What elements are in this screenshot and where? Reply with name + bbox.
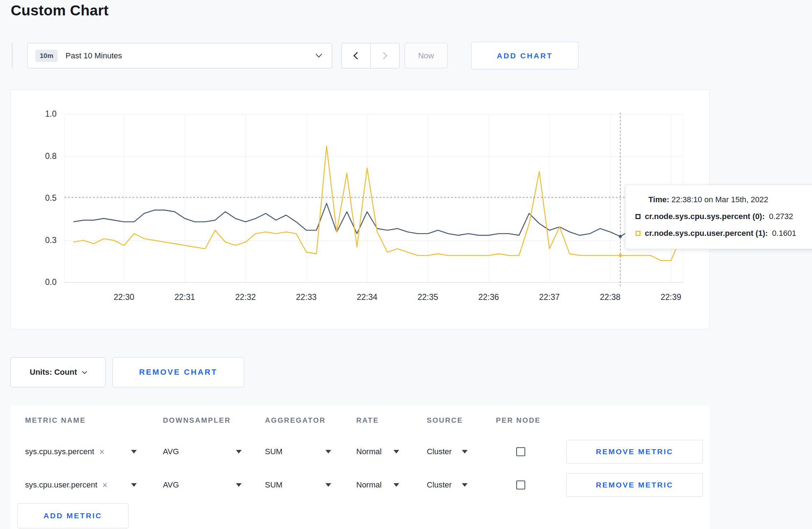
add-chart-button[interactable]: ADD CHART bbox=[471, 42, 579, 69]
chevron-left-icon bbox=[353, 52, 361, 59]
time-range-label: Past 10 Minutes bbox=[66, 51, 122, 60]
time-range-select[interactable]: 10m Past 10 Minutes bbox=[27, 43, 332, 68]
caret-down-icon bbox=[325, 450, 331, 453]
crosshair-point bbox=[619, 235, 622, 238]
series-swatch-icon bbox=[635, 214, 641, 219]
caret-down-icon bbox=[131, 483, 137, 487]
aggregator-select[interactable]: SUM bbox=[265, 472, 331, 498]
custom-chart-page: { "page": { "title": "Custom Chart", "ba… bbox=[0, 0, 812, 529]
remove-metric-button[interactable]: REMOVE METRIC bbox=[566, 440, 703, 464]
caret-down-icon bbox=[462, 450, 468, 453]
x-axis-label: 22:33 bbox=[281, 292, 332, 302]
chart-tooltip: Time: 22:38:10 on Mar 15th, 2022 cr.node… bbox=[625, 185, 812, 249]
y-axis-label: 0.3 bbox=[33, 236, 57, 245]
y-axis-label: 0.5 bbox=[33, 193, 57, 203]
metric-name-value: sys.cpu.user.percent bbox=[25, 480, 97, 490]
rate-select[interactable]: Normal bbox=[356, 472, 399, 498]
per-node-checkbox[interactable] bbox=[516, 447, 525, 456]
column-header-per-node: PER NODE bbox=[496, 416, 541, 424]
chevron-down-icon bbox=[315, 51, 322, 57]
metric-name-value: sys.cpu.sys.percent bbox=[25, 447, 94, 456]
units-label: Units: Count bbox=[30, 368, 77, 377]
y-axis-label: 1.0 bbox=[33, 109, 57, 119]
rate-value: Normal bbox=[356, 447, 382, 456]
chevron-right-icon bbox=[380, 52, 387, 59]
time-nav-group bbox=[341, 43, 400, 68]
remove-metric-button[interactable]: REMOVE METRIC bbox=[566, 473, 703, 497]
x-axis-label: 22:36 bbox=[464, 292, 514, 302]
series-swatch-icon bbox=[635, 231, 641, 236]
caret-down-icon bbox=[236, 450, 242, 453]
tooltip-time-label: Time: bbox=[648, 195, 669, 204]
aggregator-value: SUM bbox=[265, 480, 282, 490]
tooltip-time-value: 22:38:10 on Mar 15th, 2022 bbox=[671, 195, 768, 204]
source-value: Cluster bbox=[427, 447, 452, 456]
tooltip-series-label: cr.node.sys.cpu.user.percent (1): bbox=[645, 229, 768, 238]
per-node-checkbox[interactable] bbox=[516, 481, 525, 490]
x-axis-label: 22:37 bbox=[525, 292, 575, 302]
metric-name-select[interactable]: sys.cpu.sys.percent × bbox=[25, 438, 137, 465]
x-axis-label: 22:39 bbox=[646, 292, 696, 302]
x-axis-label: 22:35 bbox=[403, 292, 453, 302]
tooltip-series-label: cr.node.sys.cpu.sys.percent (0): bbox=[645, 212, 765, 221]
y-axis-label: 0.0 bbox=[33, 277, 57, 287]
tooltip-series-row: cr.node.sys.cpu.sys.percent (0): 0.2732 bbox=[635, 212, 810, 221]
aggregator-select[interactable]: SUM bbox=[265, 438, 331, 465]
x-axis-label: 22:32 bbox=[221, 292, 271, 302]
now-button[interactable]: Now bbox=[405, 43, 448, 68]
remove-chart-button[interactable]: REMOVE CHART bbox=[112, 357, 244, 387]
series-line-1 bbox=[73, 146, 681, 261]
prev-time-button[interactable] bbox=[342, 43, 371, 68]
chart-card: 0.00.30.50.81.022:3022:3122:3222:3322:34… bbox=[10, 89, 710, 329]
caret-down-icon bbox=[325, 483, 331, 487]
next-time-button[interactable] bbox=[371, 43, 399, 68]
metric-row: sys.cpu.sys.percent × AVG SUM Normal Clu… bbox=[10, 438, 710, 465]
tooltip-time-row: Time: 22:38:10 on Mar 15th, 2022 bbox=[648, 195, 810, 204]
add-metric-button[interactable]: ADD METRIC bbox=[17, 503, 129, 528]
tooltip-series-value: 0.1601 bbox=[772, 229, 796, 238]
x-axis-label: 22:34 bbox=[342, 292, 392, 302]
caret-down-icon bbox=[393, 483, 399, 487]
tooltip-series-row: cr.node.sys.cpu.user.percent (1): 0.1601 bbox=[635, 229, 810, 238]
x-axis-label: 22:30 bbox=[99, 292, 149, 302]
tooltip-series-value: 0.2732 bbox=[769, 212, 793, 221]
metrics-table: METRIC NAME DOWNSAMPLER AGGREGATOR RATE … bbox=[10, 406, 710, 529]
caret-down-icon bbox=[393, 450, 399, 453]
clear-metric-x-icon[interactable]: × bbox=[99, 447, 105, 456]
aggregator-value: SUM bbox=[265, 447, 282, 456]
source-select[interactable]: Cluster bbox=[427, 472, 468, 498]
units-select[interactable]: Units: Count bbox=[10, 357, 106, 387]
clear-metric-x-icon[interactable]: × bbox=[102, 481, 108, 490]
time-range-badge: 10m bbox=[35, 50, 58, 62]
metric-row: sys.cpu.user.percent × AVG SUM Normal Cl… bbox=[10, 472, 710, 498]
crosshair-point bbox=[619, 254, 622, 257]
source-select[interactable]: Cluster bbox=[427, 438, 468, 465]
downsampler-value: AVG bbox=[163, 447, 179, 456]
column-header-aggregator: AGGREGATOR bbox=[265, 416, 326, 424]
downsampler-select[interactable]: AVG bbox=[163, 438, 242, 465]
chevron-down-icon bbox=[82, 369, 87, 374]
caret-down-icon bbox=[462, 483, 468, 487]
metric-name-select[interactable]: sys.cpu.user.percent × bbox=[25, 472, 137, 498]
rate-value: Normal bbox=[356, 480, 382, 490]
column-header-source: SOURCE bbox=[427, 416, 463, 424]
page-title: Custom Chart bbox=[11, 2, 108, 19]
downsampler-value: AVG bbox=[163, 480, 179, 490]
downsampler-select[interactable]: AVG bbox=[163, 472, 242, 498]
source-value: Cluster bbox=[427, 480, 452, 490]
plot-area[interactable]: 0.00.30.50.81.022:3022:3122:3222:3322:34… bbox=[64, 114, 683, 282]
rate-select[interactable]: Normal bbox=[356, 438, 399, 465]
gridline bbox=[64, 282, 683, 283]
column-header-rate: RATE bbox=[356, 416, 379, 424]
column-header-metric-name: METRIC NAME bbox=[25, 416, 86, 424]
y-axis-label: 0.8 bbox=[33, 151, 57, 161]
caret-down-icon bbox=[131, 450, 137, 453]
x-axis-label: 22:31 bbox=[160, 292, 210, 302]
x-axis-label: 22:38 bbox=[585, 292, 635, 302]
caret-down-icon bbox=[236, 483, 242, 487]
column-header-downsampler: DOWNSAMPLER bbox=[163, 416, 231, 424]
chart-series-svg bbox=[64, 114, 683, 282]
toolbar-divider bbox=[12, 43, 13, 68]
